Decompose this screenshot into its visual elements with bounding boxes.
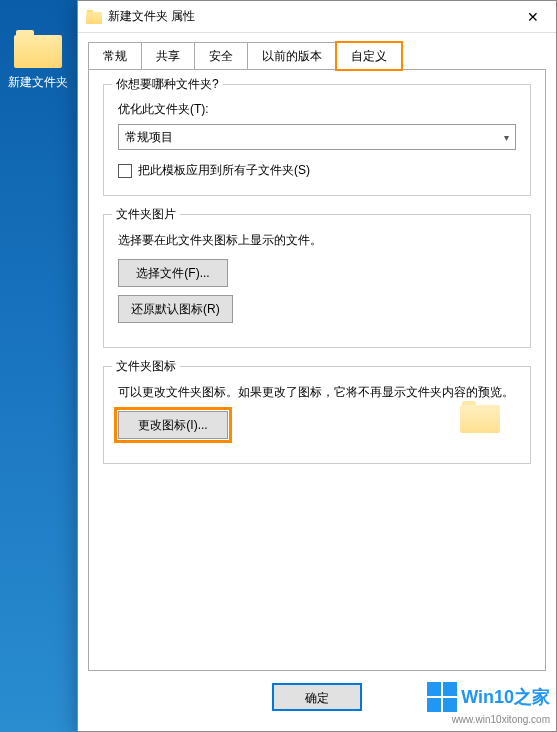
folder-picture-desc: 选择要在此文件夹图标上显示的文件。: [118, 231, 516, 249]
restore-default-button[interactable]: 还原默认图标(R): [118, 295, 233, 323]
optimize-combobox-value: 常规项目: [125, 129, 173, 146]
apply-template-checkbox[interactable]: [118, 164, 132, 178]
dialog-title: 新建文件夹 属性: [108, 8, 510, 25]
dialog-footer: 确定: [78, 671, 556, 731]
properties-dialog: 新建文件夹 属性 ✕ 常规 共享 安全 以前的版本 自定义 你想要哪种文件夹? …: [77, 0, 557, 732]
tab-panel-custom: 你想要哪种文件夹? 优化此文件夹(T): 常规项目 ▾ 把此模板应用到所有子文件…: [88, 69, 546, 671]
choose-file-button[interactable]: 选择文件(F)...: [118, 259, 228, 287]
desktop-folder-label: 新建文件夹: [8, 74, 68, 91]
tab-share[interactable]: 共享: [141, 42, 195, 70]
group-folder-picture-title: 文件夹图片: [112, 206, 180, 223]
tab-custom[interactable]: 自定义: [336, 42, 402, 70]
ok-button[interactable]: 确定: [272, 683, 362, 711]
tab-security[interactable]: 安全: [194, 42, 248, 70]
folder-icon-preview: [460, 401, 500, 433]
folder-icon-desc: 可以更改文件夹图标。如果更改了图标，它将不再显示文件夹内容的预览。: [118, 383, 516, 401]
group-folder-type-title: 你想要哪种文件夹?: [112, 76, 223, 93]
tab-general[interactable]: 常规: [88, 42, 142, 70]
optimize-label: 优化此文件夹(T):: [118, 101, 516, 118]
group-folder-picture: 文件夹图片 选择要在此文件夹图标上显示的文件。 选择文件(F)... 还原默认图…: [103, 214, 531, 348]
titlebar: 新建文件夹 属性 ✕: [78, 1, 556, 33]
apply-template-label: 把此模板应用到所有子文件夹(S): [138, 162, 310, 179]
group-folder-icon-title: 文件夹图标: [112, 358, 180, 375]
folder-icon: [14, 30, 62, 68]
optimize-combobox[interactable]: 常规项目 ▾: [118, 124, 516, 150]
close-icon: ✕: [527, 9, 539, 25]
titlebar-folder-icon: [86, 10, 102, 24]
desktop-folder-icon[interactable]: 新建文件夹: [8, 30, 68, 91]
apply-template-row: 把此模板应用到所有子文件夹(S): [118, 162, 516, 179]
group-folder-icon: 文件夹图标 可以更改文件夹图标。如果更改了图标，它将不再显示文件夹内容的预览。 …: [103, 366, 531, 464]
group-folder-type: 你想要哪种文件夹? 优化此文件夹(T): 常规项目 ▾ 把此模板应用到所有子文件…: [103, 84, 531, 196]
close-button[interactable]: ✕: [510, 1, 556, 33]
tab-bar: 常规 共享 安全 以前的版本 自定义: [78, 33, 556, 69]
tab-previous-versions[interactable]: 以前的版本: [247, 42, 337, 70]
change-icon-button[interactable]: 更改图标(I)...: [118, 411, 228, 439]
chevron-down-icon: ▾: [504, 132, 509, 143]
